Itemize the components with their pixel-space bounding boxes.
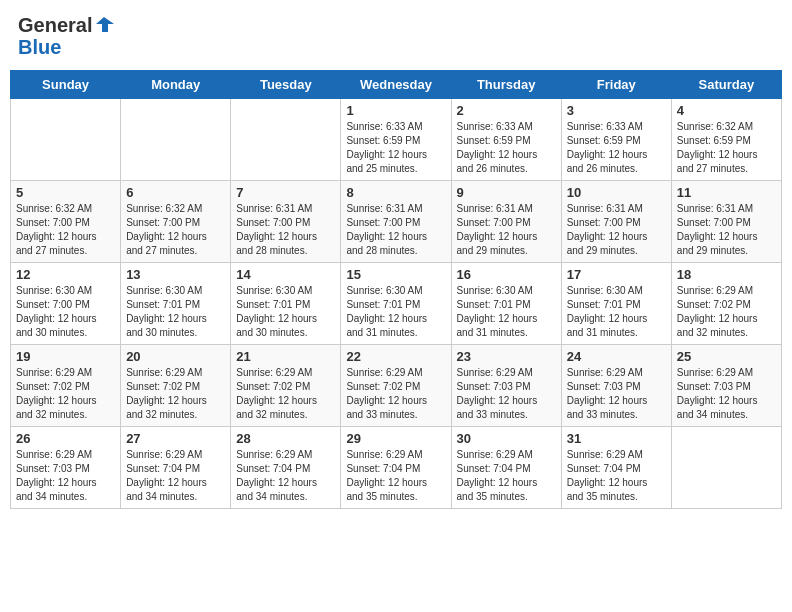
calendar-cell: 2Sunrise: 6:33 AM Sunset: 6:59 PM Daylig… bbox=[451, 99, 561, 181]
calendar-cell: 24Sunrise: 6:29 AM Sunset: 7:03 PM Dayli… bbox=[561, 345, 671, 427]
day-info: Sunrise: 6:30 AM Sunset: 7:00 PM Dayligh… bbox=[16, 284, 115, 340]
calendar-cell: 31Sunrise: 6:29 AM Sunset: 7:04 PM Dayli… bbox=[561, 427, 671, 509]
day-number: 18 bbox=[677, 267, 776, 282]
day-info: Sunrise: 6:29 AM Sunset: 7:02 PM Dayligh… bbox=[677, 284, 776, 340]
day-number: 17 bbox=[567, 267, 666, 282]
calendar-cell: 17Sunrise: 6:30 AM Sunset: 7:01 PM Dayli… bbox=[561, 263, 671, 345]
day-info: Sunrise: 6:31 AM Sunset: 7:00 PM Dayligh… bbox=[677, 202, 776, 258]
day-number: 11 bbox=[677, 185, 776, 200]
day-info: Sunrise: 6:30 AM Sunset: 7:01 PM Dayligh… bbox=[346, 284, 445, 340]
calendar-week-row: 1Sunrise: 6:33 AM Sunset: 6:59 PM Daylig… bbox=[11, 99, 782, 181]
weekday-header-sunday: Sunday bbox=[11, 71, 121, 99]
calendar-cell: 16Sunrise: 6:30 AM Sunset: 7:01 PM Dayli… bbox=[451, 263, 561, 345]
weekday-header-wednesday: Wednesday bbox=[341, 71, 451, 99]
weekday-header-thursday: Thursday bbox=[451, 71, 561, 99]
calendar-cell: 28Sunrise: 6:29 AM Sunset: 7:04 PM Dayli… bbox=[231, 427, 341, 509]
day-number: 26 bbox=[16, 431, 115, 446]
day-number: 4 bbox=[677, 103, 776, 118]
day-number: 16 bbox=[457, 267, 556, 282]
day-info: Sunrise: 6:33 AM Sunset: 6:59 PM Dayligh… bbox=[346, 120, 445, 176]
day-number: 15 bbox=[346, 267, 445, 282]
day-number: 13 bbox=[126, 267, 225, 282]
logo-arrow-icon bbox=[94, 14, 116, 36]
day-info: Sunrise: 6:30 AM Sunset: 7:01 PM Dayligh… bbox=[236, 284, 335, 340]
weekday-header-row: SundayMondayTuesdayWednesdayThursdayFrid… bbox=[11, 71, 782, 99]
calendar-cell: 25Sunrise: 6:29 AM Sunset: 7:03 PM Dayli… bbox=[671, 345, 781, 427]
day-info: Sunrise: 6:29 AM Sunset: 7:02 PM Dayligh… bbox=[126, 366, 225, 422]
day-number: 22 bbox=[346, 349, 445, 364]
day-info: Sunrise: 6:29 AM Sunset: 7:03 PM Dayligh… bbox=[16, 448, 115, 504]
day-number: 2 bbox=[457, 103, 556, 118]
day-info: Sunrise: 6:29 AM Sunset: 7:04 PM Dayligh… bbox=[457, 448, 556, 504]
day-number: 8 bbox=[346, 185, 445, 200]
day-number: 5 bbox=[16, 185, 115, 200]
calendar-week-row: 19Sunrise: 6:29 AM Sunset: 7:02 PM Dayli… bbox=[11, 345, 782, 427]
day-number: 23 bbox=[457, 349, 556, 364]
calendar-table: SundayMondayTuesdayWednesdayThursdayFrid… bbox=[10, 70, 782, 509]
day-number: 29 bbox=[346, 431, 445, 446]
day-info: Sunrise: 6:32 AM Sunset: 6:59 PM Dayligh… bbox=[677, 120, 776, 176]
calendar-cell: 1Sunrise: 6:33 AM Sunset: 6:59 PM Daylig… bbox=[341, 99, 451, 181]
day-number: 30 bbox=[457, 431, 556, 446]
day-info: Sunrise: 6:31 AM Sunset: 7:00 PM Dayligh… bbox=[236, 202, 335, 258]
calendar-cell: 18Sunrise: 6:29 AM Sunset: 7:02 PM Dayli… bbox=[671, 263, 781, 345]
day-number: 27 bbox=[126, 431, 225, 446]
calendar-cell: 26Sunrise: 6:29 AM Sunset: 7:03 PM Dayli… bbox=[11, 427, 121, 509]
calendar-cell bbox=[671, 427, 781, 509]
day-number: 9 bbox=[457, 185, 556, 200]
weekday-header-saturday: Saturday bbox=[671, 71, 781, 99]
day-number: 21 bbox=[236, 349, 335, 364]
calendar-cell: 13Sunrise: 6:30 AM Sunset: 7:01 PM Dayli… bbox=[121, 263, 231, 345]
calendar-cell: 29Sunrise: 6:29 AM Sunset: 7:04 PM Dayli… bbox=[341, 427, 451, 509]
day-info: Sunrise: 6:29 AM Sunset: 7:03 PM Dayligh… bbox=[677, 366, 776, 422]
calendar-cell: 3Sunrise: 6:33 AM Sunset: 6:59 PM Daylig… bbox=[561, 99, 671, 181]
day-info: Sunrise: 6:29 AM Sunset: 7:04 PM Dayligh… bbox=[236, 448, 335, 504]
weekday-header-tuesday: Tuesday bbox=[231, 71, 341, 99]
calendar-cell: 30Sunrise: 6:29 AM Sunset: 7:04 PM Dayli… bbox=[451, 427, 561, 509]
calendar-cell: 22Sunrise: 6:29 AM Sunset: 7:02 PM Dayli… bbox=[341, 345, 451, 427]
day-number: 7 bbox=[236, 185, 335, 200]
calendar-week-row: 5Sunrise: 6:32 AM Sunset: 7:00 PM Daylig… bbox=[11, 181, 782, 263]
calendar-cell: 9Sunrise: 6:31 AM Sunset: 7:00 PM Daylig… bbox=[451, 181, 561, 263]
calendar-cell: 5Sunrise: 6:32 AM Sunset: 7:00 PM Daylig… bbox=[11, 181, 121, 263]
page-header: General Blue bbox=[10, 10, 782, 62]
calendar-week-row: 12Sunrise: 6:30 AM Sunset: 7:00 PM Dayli… bbox=[11, 263, 782, 345]
svg-marker-0 bbox=[96, 17, 114, 32]
calendar-cell: 27Sunrise: 6:29 AM Sunset: 7:04 PM Dayli… bbox=[121, 427, 231, 509]
calendar-week-row: 26Sunrise: 6:29 AM Sunset: 7:03 PM Dayli… bbox=[11, 427, 782, 509]
calendar-cell bbox=[11, 99, 121, 181]
calendar-cell: 12Sunrise: 6:30 AM Sunset: 7:00 PM Dayli… bbox=[11, 263, 121, 345]
calendar-cell: 23Sunrise: 6:29 AM Sunset: 7:03 PM Dayli… bbox=[451, 345, 561, 427]
day-info: Sunrise: 6:30 AM Sunset: 7:01 PM Dayligh… bbox=[126, 284, 225, 340]
calendar-cell bbox=[121, 99, 231, 181]
day-info: Sunrise: 6:29 AM Sunset: 7:03 PM Dayligh… bbox=[457, 366, 556, 422]
day-info: Sunrise: 6:30 AM Sunset: 7:01 PM Dayligh… bbox=[567, 284, 666, 340]
weekday-header-friday: Friday bbox=[561, 71, 671, 99]
day-number: 14 bbox=[236, 267, 335, 282]
logo-blue: Blue bbox=[18, 36, 61, 58]
day-info: Sunrise: 6:32 AM Sunset: 7:00 PM Dayligh… bbox=[126, 202, 225, 258]
day-info: Sunrise: 6:31 AM Sunset: 7:00 PM Dayligh… bbox=[567, 202, 666, 258]
day-number: 3 bbox=[567, 103, 666, 118]
day-info: Sunrise: 6:29 AM Sunset: 7:04 PM Dayligh… bbox=[126, 448, 225, 504]
day-number: 31 bbox=[567, 431, 666, 446]
logo-text: General Blue bbox=[18, 14, 116, 58]
calendar-cell: 8Sunrise: 6:31 AM Sunset: 7:00 PM Daylig… bbox=[341, 181, 451, 263]
day-info: Sunrise: 6:29 AM Sunset: 7:04 PM Dayligh… bbox=[346, 448, 445, 504]
calendar-cell: 19Sunrise: 6:29 AM Sunset: 7:02 PM Dayli… bbox=[11, 345, 121, 427]
day-info: Sunrise: 6:29 AM Sunset: 7:02 PM Dayligh… bbox=[346, 366, 445, 422]
calendar-cell: 11Sunrise: 6:31 AM Sunset: 7:00 PM Dayli… bbox=[671, 181, 781, 263]
calendar-cell: 6Sunrise: 6:32 AM Sunset: 7:00 PM Daylig… bbox=[121, 181, 231, 263]
day-number: 6 bbox=[126, 185, 225, 200]
day-number: 10 bbox=[567, 185, 666, 200]
calendar-cell: 20Sunrise: 6:29 AM Sunset: 7:02 PM Dayli… bbox=[121, 345, 231, 427]
day-info: Sunrise: 6:33 AM Sunset: 6:59 PM Dayligh… bbox=[567, 120, 666, 176]
day-info: Sunrise: 6:31 AM Sunset: 7:00 PM Dayligh… bbox=[457, 202, 556, 258]
calendar-cell: 15Sunrise: 6:30 AM Sunset: 7:01 PM Dayli… bbox=[341, 263, 451, 345]
calendar-cell: 21Sunrise: 6:29 AM Sunset: 7:02 PM Dayli… bbox=[231, 345, 341, 427]
day-number: 24 bbox=[567, 349, 666, 364]
day-info: Sunrise: 6:33 AM Sunset: 6:59 PM Dayligh… bbox=[457, 120, 556, 176]
day-number: 20 bbox=[126, 349, 225, 364]
calendar-cell: 4Sunrise: 6:32 AM Sunset: 6:59 PM Daylig… bbox=[671, 99, 781, 181]
day-number: 1 bbox=[346, 103, 445, 118]
